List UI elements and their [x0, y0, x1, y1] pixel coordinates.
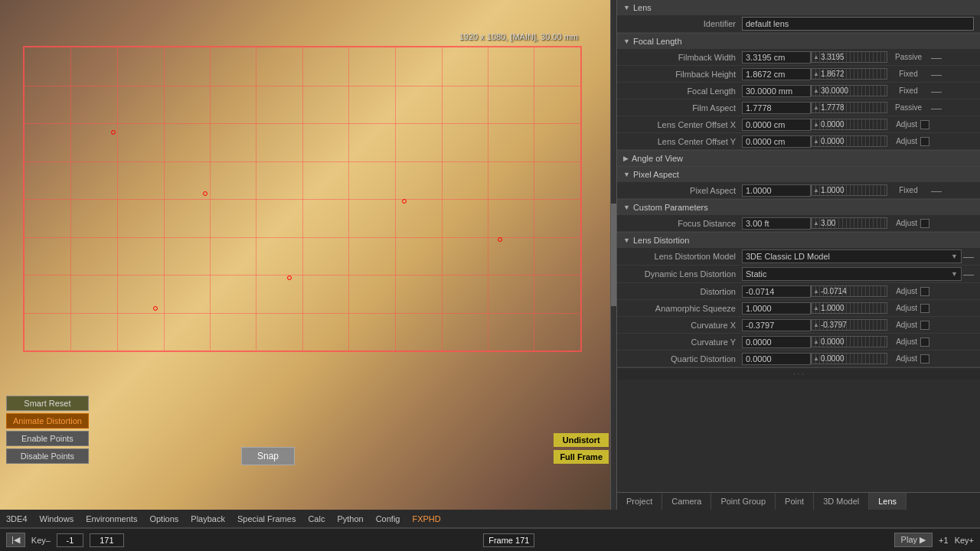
focus-distance-stepper[interactable]: ▲ 3.00	[811, 217, 887, 229]
snap-button[interactable]: Snap	[241, 447, 295, 465]
lens-center-y-stepper[interactable]: ▲ 0.0000	[811, 135, 887, 147]
anamorphic-checkbox[interactable]	[920, 304, 929, 313]
filmback-height-stepper[interactable]: ▲ 1.8672	[811, 68, 887, 80]
lens-center-y-value[interactable]: 0.0000 cm	[742, 135, 811, 148]
lens-center-y-arrow: ▲	[813, 138, 819, 145]
pixel-aspect-header[interactable]: ▼ Pixel Aspect	[617, 167, 980, 182]
curvature-y-arrow: ▲	[813, 338, 819, 345]
tab-lens[interactable]: Lens	[869, 493, 906, 510]
curvature-x-checkbox[interactable]	[920, 321, 929, 330]
custom-params-header[interactable]: ▼ Custom Parameters	[617, 200, 980, 215]
filmback-width-mode[interactable]: Passive	[887, 53, 929, 61]
quartic-label: Quartic Distortion	[623, 354, 742, 364]
focus-distance-checkbox[interactable]	[920, 219, 929, 228]
identifier-row: Identifier	[617, 15, 980, 33]
viewport-info: 1920 x 1080, [MAIN], 30.00 mm	[459, 32, 578, 41]
distortion-checkbox[interactable]	[920, 287, 929, 296]
tab-project[interactable]: Project	[617, 493, 662, 510]
lens-distortion-header[interactable]: ▼ Lens Distortion	[617, 233, 980, 248]
curvature-y-step-val: 0.0000	[821, 337, 844, 346]
distortion-stepper[interactable]: ▲ -0.0714	[811, 285, 887, 297]
lens-center-y-row: Lens Center Offset Y 0.0000 cm ▲ 0.0000 …	[617, 133, 980, 150]
quartic-stepper[interactable]: ▲ 0.0000	[811, 353, 887, 364]
smart-reset-button[interactable]: Smart Reset	[6, 396, 89, 411]
film-aspect-step-val: 1.7778	[821, 103, 844, 112]
bottom-left-buttons: Smart Reset Animate Distortion Enable Po…	[6, 396, 89, 464]
full-frame-button[interactable]: Full Frame	[554, 450, 609, 464]
anamorphic-stepper[interactable]: ▲ 1.0000	[811, 302, 887, 314]
lens-distortion-collapse-icon: ▼	[623, 236, 630, 244]
lens-center-x-stepper[interactable]: ▲ 0.0000	[811, 119, 887, 130]
current-frame-input[interactable]	[90, 533, 124, 547]
main-area: 1920 x 1080, [MAIN], 30.00 mm	[0, 0, 980, 510]
tab-camera[interactable]: Camera	[662, 493, 711, 510]
focal-length-header[interactable]: ▼ Focal Length	[617, 34, 980, 49]
pixel-aspect-stepper[interactable]: ▲ 1.0000	[811, 184, 887, 196]
filmback-width-stepper[interactable]: ▲ 3.3195	[811, 51, 887, 63]
curvature-y-stepper[interactable]: ▲ 0.0000	[811, 336, 887, 347]
lens-center-x-checkbox[interactable]	[920, 120, 929, 129]
lens-section-header[interactable]: ▼ Lens	[617, 0, 980, 15]
menu-bar: 3DE4 Windows Environments Options Playba…	[0, 510, 980, 528]
pixel-aspect-mode[interactable]: Fixed	[887, 186, 929, 194]
tab-point-group[interactable]: Point Group	[711, 493, 776, 510]
go-start-button[interactable]: |◀	[6, 533, 25, 547]
curvature-y-checkbox[interactable]	[920, 337, 929, 347]
menu-3de4[interactable]: 3DE4	[6, 514, 28, 523]
menu-special-frames[interactable]: Special Frames	[237, 514, 296, 523]
film-aspect-value[interactable]: 1.7778	[742, 102, 811, 114]
viewport-scrollbar[interactable]	[610, 0, 616, 510]
quartic-checkbox[interactable]	[920, 354, 929, 364]
filmback-height-mode[interactable]: Fixed	[887, 70, 929, 78]
filmback-height-row: Filmback Height 1.8672 cm ▲ 1.8672 Fixed…	[617, 66, 980, 83]
menu-fxphd[interactable]: FXPHD	[412, 514, 440, 523]
distortion-value[interactable]: -0.0714	[742, 285, 811, 298]
lens-center-x-value[interactable]: 0.0000 cm	[742, 119, 811, 131]
filmback-width-value[interactable]: 3.3195 cm	[742, 51, 811, 64]
film-aspect-mode[interactable]: Passive	[887, 103, 929, 112]
quartic-step-val: 0.0000	[821, 354, 844, 363]
enable-points-button[interactable]: Enable Points	[6, 431, 89, 446]
dynamic-ld-dash: —	[963, 268, 974, 280]
animate-distortion-button[interactable]: Animate Distortion	[6, 413, 89, 429]
focus-distance-value[interactable]: 3.00 ft	[742, 217, 811, 230]
filmback-height-step-val: 1.8672	[821, 70, 844, 78]
anamorphic-label: Anamorphic Squeeze	[623, 304, 742, 313]
quartic-value[interactable]: 0.0000	[742, 353, 811, 365]
disable-points-button[interactable]: Disable Points	[6, 448, 89, 464]
pixel-aspect-value[interactable]: 1.0000	[742, 184, 811, 197]
undistort-button[interactable]: Undistort	[554, 433, 609, 447]
curvature-x-stepper[interactable]: ▲ -0.3797	[811, 319, 887, 331]
menu-options[interactable]: Options	[149, 514, 178, 523]
ld-model-arrow-icon: ▼	[951, 253, 958, 260]
menu-windows[interactable]: Windows	[40, 514, 74, 523]
anamorphic-value[interactable]: 1.0000	[742, 302, 811, 315]
identifier-input[interactable]	[742, 17, 974, 31]
custom-params-title: Custom Parameters	[633, 203, 708, 212]
menu-calc[interactable]: Calc	[308, 514, 325, 523]
focal-length-mode[interactable]: Fixed	[887, 86, 929, 95]
frame-offset-input[interactable]	[57, 533, 83, 547]
menu-config[interactable]: Config	[376, 514, 400, 523]
menu-environments[interactable]: Environments	[86, 514, 137, 523]
lens-center-x-row: Lens Center Offset X 0.0000 cm ▲ 0.0000 …	[617, 116, 980, 133]
tab-3d-model[interactable]: 3D Model	[814, 493, 869, 510]
viewport-scrollbar-thumb[interactable]	[611, 204, 616, 305]
focal-length-stepper[interactable]: ▲ 30.0000	[811, 85, 887, 96]
menu-python[interactable]: Python	[337, 514, 363, 523]
dynamic-ld-dropdown[interactable]: Static ▼	[742, 267, 962, 281]
filmback-height-value[interactable]: 1.8672 cm	[742, 68, 811, 80]
focal-length-value[interactable]: 30.0000 mm	[742, 85, 811, 97]
custom-params-section: ▼ Custom Parameters Focus Distance 3.00 …	[617, 200, 980, 233]
ld-model-dropdown[interactable]: 3DE Classic LD Model ▼	[742, 249, 962, 263]
curvature-x-mode: Adjust	[890, 321, 917, 329]
menu-playback[interactable]: Playback	[191, 514, 225, 523]
film-aspect-stepper[interactable]: ▲ 1.7778	[811, 102, 887, 113]
tab-point[interactable]: Point	[776, 493, 814, 510]
play-button[interactable]: Play ▶	[894, 533, 933, 547]
curvature-y-value[interactable]: 0.0000	[742, 336, 811, 348]
lens-distortion-title: Lens Distortion	[633, 236, 689, 245]
curvature-x-value[interactable]: -0.3797	[742, 319, 811, 331]
lens-center-y-checkbox[interactable]	[920, 137, 929, 146]
angle-of-view-header[interactable]: ▶ Angle of View	[617, 151, 980, 166]
